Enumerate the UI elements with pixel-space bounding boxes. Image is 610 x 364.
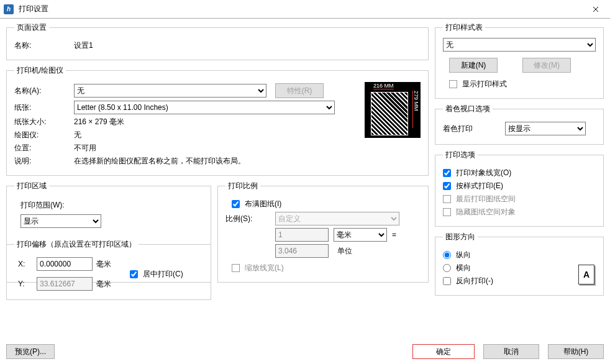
show-style-label: 显示打印样式 bbox=[462, 79, 507, 89]
scale-select[interactable]: 自定义 bbox=[275, 212, 399, 225]
print-scale-legend: 打印比例 bbox=[225, 181, 260, 191]
paper-size-value: 216 × 279 毫米 bbox=[74, 117, 124, 127]
print-area-legend: 打印区域 bbox=[14, 181, 49, 191]
cancel-button[interactable]: 取消 bbox=[483, 344, 539, 359]
landscape-radio[interactable] bbox=[443, 264, 451, 272]
page-setup-legend: 页面设置 bbox=[14, 22, 49, 33]
scale-label: 比例(S): bbox=[225, 214, 275, 224]
show-style-checkbox[interactable] bbox=[449, 80, 457, 88]
print-options-group: 打印选项 打印对象线宽(O) 按样式打印(E) 最后打印图纸空间 隐藏图纸空间对… bbox=[435, 150, 604, 227]
viewport-group: 着色视口选项 着色打印 按显示 bbox=[435, 104, 604, 145]
paper-label: 纸张: bbox=[14, 102, 74, 113]
app-icon: h bbox=[4, 4, 14, 14]
help-button[interactable]: 帮助(H) bbox=[548, 344, 604, 359]
print-offset-legend: 打印偏移（原点设置在可打印区域） bbox=[14, 239, 139, 250]
equals-label: = bbox=[392, 230, 396, 239]
modify-style-button[interactable]: 修改(M) bbox=[522, 58, 571, 73]
reverse-print-checkbox[interactable] bbox=[443, 277, 451, 285]
offset-y-label: Y: bbox=[18, 280, 37, 288]
fit-to-paper-checkbox[interactable] bbox=[232, 200, 240, 208]
print-options-legend: 打印选项 bbox=[443, 150, 478, 160]
scale-numerator-input[interactable] bbox=[275, 228, 329, 242]
ok-button[interactable]: 确定 bbox=[412, 344, 475, 359]
printer-legend: 打印机/绘图仪 bbox=[14, 65, 66, 76]
paper-select[interactable]: Letter (8.50 x 11.00 Inches) bbox=[74, 101, 335, 114]
reverse-print-label: 反向打印(-) bbox=[456, 276, 493, 286]
center-print-checkbox[interactable] bbox=[130, 270, 138, 278]
page-name-label: 名称: bbox=[14, 40, 74, 51]
new-style-button[interactable]: 新建(N) bbox=[449, 58, 498, 73]
print-range-label: 打印范围(W): bbox=[20, 200, 203, 211]
preview-paper-icon bbox=[371, 92, 408, 135]
window-title: 打印设置 bbox=[19, 4, 48, 14]
offset-x-input[interactable] bbox=[37, 257, 93, 271]
orientation-group: 图形方向 纵向 横向 反向打印(-) A bbox=[435, 232, 604, 296]
portrait-label: 纵向 bbox=[456, 250, 471, 260]
preview-width-label: 216 MM bbox=[373, 83, 394, 89]
hide-paper-checkbox[interactable] bbox=[443, 208, 451, 216]
printer-group: 打印机/绘图仪 名称(A): 无 特性(R) 纸张: Letter ( bbox=[6, 65, 429, 176]
lineweight-checkbox[interactable] bbox=[443, 169, 451, 177]
offset-x-unit: 毫米 bbox=[96, 259, 111, 270]
print-scale-group: 打印比例 布满图纸(I) 比例(S): 自定义 毫米 bbox=[217, 181, 429, 283]
viewport-legend: 着色视口选项 bbox=[443, 104, 493, 114]
scale-denominator-input[interactable] bbox=[275, 244, 329, 258]
desc-label: 说明: bbox=[14, 156, 74, 166]
by-style-label: 按样式打印(E) bbox=[456, 181, 503, 191]
location-value: 不可用 bbox=[74, 143, 96, 153]
scale-unit-select[interactable]: 毫米 bbox=[334, 228, 387, 242]
orientation-icon: A bbox=[578, 265, 594, 284]
plotter-label: 绘图仪: bbox=[14, 130, 74, 140]
properties-button[interactable]: 特性(R) bbox=[275, 83, 324, 98]
desc-value: 在选择新的绘图仪配置名称之前，不能打印该布局。 bbox=[74, 156, 245, 166]
scale-lineweight-checkbox[interactable] bbox=[232, 264, 240, 272]
preview-button[interactable]: 预览(P)... bbox=[6, 344, 55, 359]
landscape-label: 横向 bbox=[456, 263, 471, 273]
style-table-group: 打印样式表 无 新建(N) 修改(M) 显示打印样式 bbox=[435, 22, 604, 99]
orientation-legend: 图形方向 bbox=[443, 232, 478, 242]
style-table-legend: 打印样式表 bbox=[443, 22, 485, 33]
scale-lineweight-label: 缩放线宽(L) bbox=[245, 263, 284, 273]
page-name-value: 设置1 bbox=[74, 40, 93, 51]
page-setup-group: 页面设置 名称: 设置1 bbox=[6, 22, 429, 60]
center-print-label: 居中打印(C) bbox=[143, 269, 183, 280]
location-label: 位置: bbox=[14, 143, 74, 153]
printer-name-select[interactable]: 无 bbox=[74, 84, 266, 98]
titlebar: h 打印设置 bbox=[0, 0, 610, 19]
shade-print-select[interactable]: 按显示 bbox=[505, 122, 586, 135]
plotter-value: 无 bbox=[74, 130, 81, 140]
printer-name-label: 名称(A): bbox=[14, 86, 74, 96]
portrait-radio[interactable] bbox=[443, 251, 451, 259]
last-paper-label: 最后打印图纸空间 bbox=[456, 194, 516, 204]
style-table-select[interactable]: 无 bbox=[443, 38, 596, 52]
unit-text-label: 单位 bbox=[337, 246, 352, 257]
hide-paper-label: 隐藏图纸空间对象 bbox=[456, 207, 516, 217]
close-button[interactable] bbox=[581, 0, 610, 19]
last-paper-checkbox[interactable] bbox=[443, 195, 451, 203]
print-offset-group: 打印偏移（原点设置在可打印区域） X: 毫米 Y: 毫米 bbox=[6, 239, 211, 300]
lineweight-label: 打印对象线宽(O) bbox=[456, 168, 511, 178]
close-icon bbox=[593, 6, 599, 12]
fit-to-paper-label: 布满图纸(I) bbox=[245, 199, 281, 209]
by-style-checkbox[interactable] bbox=[443, 182, 451, 190]
preview-height-label: 279 MM bbox=[412, 91, 419, 128]
print-range-select[interactable]: 显示 bbox=[20, 214, 101, 228]
offset-y-input[interactable] bbox=[37, 277, 93, 291]
paper-size-label: 纸张大小: bbox=[14, 117, 74, 127]
offset-x-label: X: bbox=[18, 260, 37, 268]
paper-preview: 216 MM 279 MM bbox=[365, 82, 421, 138]
offset-y-unit: 毫米 bbox=[96, 279, 111, 289]
shade-print-label: 着色打印 bbox=[443, 124, 505, 134]
